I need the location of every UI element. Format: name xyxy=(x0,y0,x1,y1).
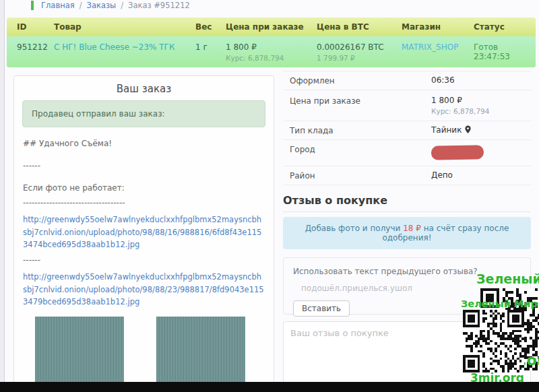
seller-sent-alert: Продавец отправил ваш заказ: xyxy=(22,100,265,127)
detail-label: Цена при заказе xyxy=(290,96,431,106)
detail-label: Оформлен xyxy=(290,75,431,86)
promo-text: на счёт сразу после одобрения! xyxy=(382,224,509,242)
detail-row-price: Цена при заказе 1 800 ₽ Курс: 6,878,794 xyxy=(283,90,531,121)
product-link[interactable]: С НГ! Blue Cheese ~23% ТГК xyxy=(54,42,175,52)
watermark-qr-code-front xyxy=(463,310,524,372)
detail-label: Район xyxy=(290,170,431,181)
detail-value-group: 1 800 ₽ Курс: 6,878,794 xyxy=(431,96,489,115)
breadcrumb-separator: / xyxy=(121,1,123,10)
order-summary-table: ID Товар Вес Цена при заказе Цена в BTC … xyxy=(7,18,536,67)
photo-bonus-banner: Добавь фото и получи 18 ₽ на счёт сразу … xyxy=(283,217,531,249)
order-status: Готов 23:47:53 xyxy=(474,36,536,67)
shop-link[interactable]: MATRIX_SHOP xyxy=(402,42,458,52)
watermark-site-name-front: Зеленый Мир xyxy=(461,298,538,309)
order-price-cell: 1 800 ₽ Курс: 6,878,794 xyxy=(226,36,317,67)
photo-link-2[interactable]: http://greenwdy55oelw7awlnyekduclxxhfpgl… xyxy=(23,271,265,308)
detail-row-created: Оформлен 06:36 xyxy=(283,71,531,90)
order-id: 951212 xyxy=(7,36,54,67)
message-greeting: ## Удачного Съёма! xyxy=(23,137,265,150)
breadcrumb-link-home[interactable]: Главная xyxy=(41,1,75,10)
detail-label: Тип клада xyxy=(290,125,431,135)
header-price: Цена при заказе xyxy=(226,18,317,36)
redacted-city-value xyxy=(431,145,484,160)
breadcrumb-link-orders[interactable]: Заказы xyxy=(87,1,117,10)
detail-row-stash-type: Тип клада Тайник xyxy=(283,121,531,140)
photo-link-1[interactable]: http://greenwdy55oelw7awlnyekduclxxhfpgl… xyxy=(23,214,265,251)
map-pin-icon xyxy=(464,125,472,134)
header-weight: Вес xyxy=(195,18,226,36)
detail-value-stash: Тайник xyxy=(431,125,472,135)
message-card-title: Ваш заказ xyxy=(14,83,274,95)
order-details-table: Оформлен 06:36 Цена при заказе 1 800 ₽ К… xyxy=(283,71,531,185)
stash-photo-thumbnail-2[interactable] xyxy=(156,317,245,392)
detail-row-district: Район Депо xyxy=(283,166,531,185)
photo-broken-note: Если фото не работает: xyxy=(23,182,265,194)
detail-value: 06:36 xyxy=(431,75,455,85)
order-price: 1 800 ₽ xyxy=(226,42,314,52)
detail-rate: Курс: 6,878,794 xyxy=(431,107,489,115)
page-left-edge xyxy=(0,0,5,392)
header-shop: Магазин xyxy=(402,18,474,36)
breadcrumb: Главная / Заказы / Заказ #951212 xyxy=(31,1,190,10)
detail-label: Город xyxy=(290,144,431,154)
breadcrumb-current: Заказ #951212 xyxy=(128,1,190,10)
order-price-rate: Курс: 6,878,794 xyxy=(226,54,314,62)
stash-photo-thumbnail-1[interactable] xyxy=(35,317,124,392)
header-product: Товар xyxy=(54,18,195,36)
order-weight: 1 г xyxy=(195,36,226,67)
header-price-btc: Цена в BTC xyxy=(317,18,402,36)
header-id: ID xyxy=(7,18,54,36)
promo-text: Добавь фото и получи xyxy=(305,224,401,233)
insert-review-button[interactable]: Вставить xyxy=(293,300,350,317)
order-page: Главная / Заказы / Заказ #951212 ID Това… xyxy=(0,0,539,392)
bottom-black-bar xyxy=(0,382,539,392)
review-section-title: Отзыв о покупке xyxy=(283,194,531,212)
message-separator: ------ xyxy=(23,254,265,266)
message-dashed-line: ----------------------------------- xyxy=(23,197,265,209)
order-btc-cell: 0.00026167 BTC 1 799.97 ₽ xyxy=(317,36,402,67)
stash-photos xyxy=(35,317,274,392)
detail-row-city: Город xyxy=(283,140,531,166)
breadcrumb-accent-bar xyxy=(31,1,34,10)
detail-value: 1 800 ₽ xyxy=(431,96,489,105)
promo-amount: 18 ₽ xyxy=(403,224,421,233)
message-separator: ------ xyxy=(23,160,265,172)
detail-value: Депо xyxy=(431,170,453,180)
breadcrumb-separator: / xyxy=(80,1,82,10)
order-message-card: Ваш заказ Продавец отправил ваш заказ: #… xyxy=(13,75,274,392)
order-price-btc-rub: 1 799.97 ₽ xyxy=(317,54,399,62)
order-price-btc: 0.00026167 BTC xyxy=(317,42,399,52)
order-table-row: 951212 С НГ! Blue Cheese ~23% ТГК 1 г 1 … xyxy=(7,36,536,67)
order-table-header: ID Товар Вес Цена при заказе Цена в BTC … xyxy=(7,18,536,36)
watermark-site-name-back: Зеленый Мир xyxy=(476,271,539,286)
header-status: Статус xyxy=(474,18,536,36)
